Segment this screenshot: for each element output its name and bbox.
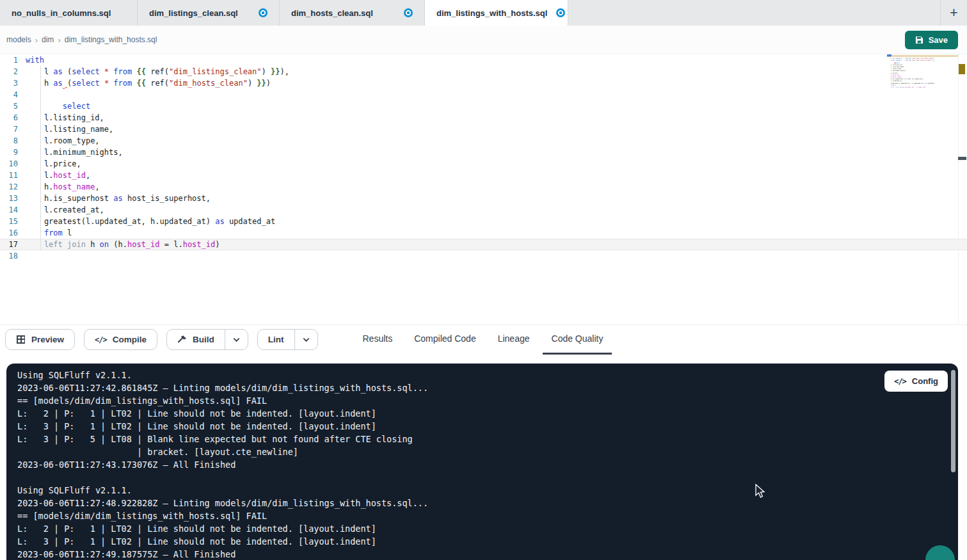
code-token: host_is_superhost,: [123, 194, 211, 203]
button-label: Compile: [113, 335, 147, 344]
code-text: l.listing_name,: [26, 124, 113, 135]
lint-button[interactable]: Lint: [258, 330, 294, 349]
preview-button[interactable]: Preview: [5, 329, 75, 350]
button-label: Preview: [31, 335, 64, 344]
code-token: greatest(l.updated_at, h.updated_at): [26, 217, 215, 226]
code-line-18[interactable]: 18: [0, 250, 967, 262]
code-token: {{: [136, 79, 145, 88]
line-number: 11: [0, 170, 26, 181]
code-line-10[interactable]: 10 l.price,: [0, 158, 967, 170]
terminal-line: 2023-06-06T11:27:42.861845Z — Linting mo…: [17, 381, 945, 394]
code-text: h.host_name,: [26, 181, 100, 193]
code-line-4[interactable]: 4: [0, 89, 967, 100]
code-icon: </>: [95, 335, 107, 344]
new-tab-button[interactable]: +: [940, 0, 967, 26]
code-token: l.listing_id,: [26, 113, 104, 122]
code-line-12[interactable]: 12 h.host_name,: [0, 181, 967, 193]
terminal-scrollbar[interactable]: [951, 370, 955, 472]
code-editor[interactable]: 1with2 l as (select * from {{ ref("dim_l…: [0, 54, 967, 324]
code-line-6[interactable]: 6 l.listing_id,: [0, 112, 967, 124]
code-token: l: [26, 67, 53, 76]
lint-dropdown-chevron-icon[interactable]: [294, 330, 317, 349]
breadcrumb-item[interactable]: models: [6, 35, 31, 44]
code-token: [26, 102, 63, 111]
compile-button[interactable]: </>Compile: [84, 329, 157, 350]
minimap-selection-mark: [887, 54, 891, 56]
terminal-line: Using SQLFluff v2.1.1.: [17, 484, 945, 497]
code-token: on: [100, 240, 109, 249]
code-line-11[interactable]: 11 l.host_id,: [0, 170, 967, 181]
line-number: 1: [0, 54, 26, 66]
code-token: from: [113, 79, 132, 88]
code-line-7[interactable]: 7 l.listing_name,: [0, 124, 967, 135]
file-tab-no_nulls_in_columns.sql[interactable]: no_nulls_in_columns.sql: [0, 0, 138, 26]
code-line-5[interactable]: 5 select: [0, 100, 967, 112]
file-tab-dim_listings_clean.sql[interactable]: dim_listings_clean.sql: [138, 0, 280, 26]
panel-tab-results[interactable]: Results: [354, 325, 402, 355]
code-line-15[interactable]: 15 greatest(l.updated_at, h.updated_at) …: [0, 216, 967, 227]
build-button[interactable]: Build: [167, 330, 225, 349]
file-tab-dim_hosts_clean.sql[interactable]: dim_hosts_clean.sql: [280, 0, 425, 26]
code-line-8[interactable]: 8 l.room_type,: [0, 135, 967, 147]
line-number: 9: [0, 147, 26, 158]
code-token: ): [262, 67, 271, 76]
code-line-3[interactable]: 3 h as (select * from {{ ref("dim_hosts_…: [0, 77, 967, 89]
config-button[interactable]: </> Config: [884, 371, 948, 392]
panel-tab-lineage[interactable]: Lineage: [489, 325, 539, 355]
code-line-2[interactable]: 2 l as (select * from {{ ref("dim_listin…: [0, 66, 967, 77]
build-split-button: Build: [166, 329, 248, 350]
modified-indicator-icon[interactable]: [259, 8, 268, 17]
code-line-1[interactable]: 1with: [0, 54, 967, 66]
code-line-9[interactable]: 9 l.minimum_nights,: [0, 147, 967, 158]
code-token: l.created_at,: [26, 205, 104, 214]
breadcrumb-item[interactable]: dim_listings_with_hosts.sql: [65, 35, 157, 44]
code-token: {{: [136, 67, 145, 76]
code-token: l.price,: [26, 159, 81, 168]
terminal-line: == [models/dim/dim_listings_with_hosts.s…: [17, 394, 945, 407]
modified-indicator-icon[interactable]: [404, 8, 413, 17]
code-quality-terminal[interactable]: Using SQLFluff v2.1.1.2023-06-06T11:27:4…: [6, 364, 958, 560]
code-text: h.is_superhost as host_is_superhost,: [26, 193, 211, 204]
hammer-icon: [177, 335, 187, 344]
code-token: select: [63, 102, 90, 111]
code-line-14[interactable]: 14 l.created_at,: [0, 204, 967, 216]
code-token: host_id: [127, 240, 160, 249]
terminal-line: 2023-06-06T11:27:48.922828Z — Linting mo…: [17, 497, 945, 509]
panel-tab-code-quality[interactable]: Code Quality: [543, 325, 612, 355]
button-label: Build: [193, 335, 214, 344]
file-tab-label: dim_listings_clean.sql: [149, 8, 238, 18]
code-token: ref(: [146, 67, 169, 76]
code-line-16[interactable]: 16 from l: [0, 227, 967, 239]
save-button[interactable]: Save: [905, 31, 958, 49]
line-number: 15: [0, 216, 26, 227]
code-token: l.: [26, 171, 53, 180]
code-token: l.listing_name,: [26, 125, 113, 134]
minimap-highlight-band: [888, 55, 958, 57]
build-dropdown-chevron-icon[interactable]: [225, 330, 248, 349]
modified-indicator-icon[interactable]: [556, 8, 565, 17]
code-line-13[interactable]: 13 h.is_superhost as host_is_superhost,: [0, 193, 967, 204]
overview-ruler[interactable]: [958, 54, 967, 324]
code-token: h: [86, 240, 100, 249]
code-token: h.: [26, 182, 53, 191]
line-number: 10: [0, 158, 26, 170]
line-number: 18: [0, 250, 26, 262]
panel-tab-compiled-code[interactable]: Compiled Code: [405, 325, 485, 355]
save-icon: [915, 36, 923, 44]
code-token: as: [53, 79, 62, 88]
code-token: [100, 79, 104, 88]
breadcrumb-item[interactable]: dim: [42, 35, 54, 44]
code-token: h.is_superhost: [26, 194, 113, 203]
code-token: "dim_listings_clean": [169, 67, 262, 76]
code-text: l.price,: [26, 158, 81, 170]
code-text: select: [26, 100, 90, 112]
file-tab-dim_listings_with_hosts.sql[interactable]: dim_listings_with_hosts.sql: [425, 0, 568, 26]
code-token: ): [248, 79, 257, 88]
code-token: host_id: [53, 171, 86, 180]
code-token: ),: [280, 67, 289, 76]
code-text: with: [26, 54, 44, 66]
code-line-17[interactable]: 17 left join h on (h.host_id = l.host_id…: [0, 239, 967, 250]
button-label: Lint: [268, 335, 284, 344]
lint-split-button: Lint: [257, 329, 318, 350]
breadcrumb-bar: models›dim›dim_listings_with_hosts.sql S…: [0, 26, 967, 54]
